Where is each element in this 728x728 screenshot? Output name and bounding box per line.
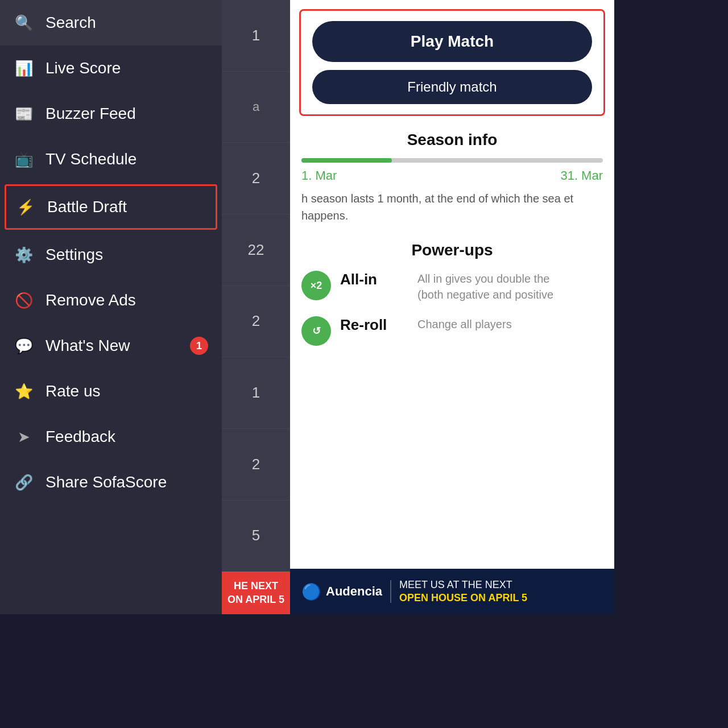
season-description: h season lasts 1 month, at the end of wh…	[301, 190, 603, 224]
sidebar-label-buzzer-feed: Buzzer Feed	[46, 105, 136, 123]
score-cell-2: 2	[222, 143, 290, 214]
sidebar-item-settings[interactable]: ⚙️Settings	[0, 232, 222, 278]
sidebar-label-live-score: Live Score	[46, 59, 121, 77]
score-cell-6: 2	[222, 429, 290, 500]
allin-name: All-in	[340, 271, 408, 288]
banner-logo: 🔵 Audencia	[301, 582, 382, 601]
date-start: 1. Mar	[301, 168, 337, 183]
date-row: 1. Mar 31. Mar	[301, 168, 603, 183]
audencia-icon: 🔵	[301, 582, 321, 601]
sidebar-item-whats-new[interactable]: 💬What's New1	[0, 323, 222, 369]
sidebar-label-rate-us: Rate us	[46, 382, 101, 400]
tv-schedule-icon: 📺	[14, 149, 34, 169]
season-info-title: Season info	[301, 131, 603, 149]
sidebar-item-feedback[interactable]: ➤Feedback	[0, 414, 222, 460]
sidebar-label-search: Search	[46, 14, 96, 32]
reroll-name: Re-roll	[340, 316, 408, 334]
sidebar-item-buzzer-feed[interactable]: 📰Buzzer Feed	[0, 91, 222, 136]
bottom-banner: 🔵 Audencia MEET US AT THE NEXT OPEN HOUS…	[290, 569, 614, 614]
rate-us-icon: ⭐	[14, 381, 34, 402]
banner-line1: MEET US AT THE NEXT	[399, 578, 527, 592]
remove-ads-icon: 🚫	[14, 290, 34, 311]
main-content: Play Match Friendly match Season info 1.…	[290, 0, 614, 614]
friendly-match-button[interactable]: Friendly match	[312, 70, 592, 104]
sidebar-label-battle-draft: Battle Draft	[47, 198, 127, 216]
sidebar-label-tv-schedule: TV Schedule	[46, 150, 136, 168]
sidebar-item-share[interactable]: 🔗Share SofaScore	[0, 460, 222, 505]
sidebar-label-share: Share SofaScore	[46, 473, 167, 491]
banner-logo-text: Audencia	[326, 584, 382, 599]
middle-bottom-banner: HE NEXTON APRIL 5	[222, 572, 290, 614]
sidebar-label-remove-ads: Remove Ads	[46, 291, 136, 309]
reroll-desc: Change all players	[417, 316, 512, 332]
sidebar-item-battle-draft[interactable]: ⚡Battle Draft	[5, 184, 217, 230]
middle-column: 1a2222125HE NEXTON APRIL 5	[222, 0, 290, 614]
allin-icon: ×2	[301, 271, 331, 300]
sidebar-item-remove-ads[interactable]: 🚫Remove Ads	[0, 278, 222, 323]
score-cell-5: 1	[222, 357, 290, 429]
share-icon: 🔗	[14, 472, 34, 493]
progress-bar-fill	[301, 158, 392, 163]
sidebar-item-search[interactable]: 🔍Search	[0, 0, 222, 46]
battle-draft-icon: ⚡	[15, 197, 36, 217]
live-score-icon: 📊	[14, 58, 34, 78]
banner-line2: OPEN HOUSE ON APRIL 5	[399, 592, 527, 605]
allin-desc: All in gives you double the(both negativ…	[417, 271, 553, 303]
sidebar-label-whats-new: What's New	[46, 337, 130, 355]
score-cell-1: a	[222, 72, 290, 143]
powerup-reroll: ↺ Re-roll Change all players	[301, 316, 603, 346]
date-end: 31. Mar	[560, 168, 603, 183]
play-match-button[interactable]: Play Match	[312, 21, 592, 62]
season-progress-bar	[301, 158, 603, 163]
powerups-title: Power-ups	[301, 241, 603, 259]
settings-icon: ⚙️	[14, 245, 34, 265]
play-match-section: Play Match Friendly match	[299, 9, 605, 116]
sidebar-label-settings: Settings	[46, 246, 103, 264]
sidebar-label-feedback: Feedback	[46, 428, 115, 446]
sidebar: 🔍Search📊Live Score📰Buzzer Feed📺TV Schedu…	[0, 0, 222, 614]
score-cell-4: 2	[222, 286, 290, 358]
reroll-icon: ↺	[301, 316, 331, 346]
score-cell-0: 1	[222, 0, 290, 72]
sidebar-item-live-score[interactable]: 📊Live Score	[0, 46, 222, 91]
powerup-allin: ×2 All-in All in gives you double the(bo…	[301, 271, 603, 303]
season-info-section: Season info 1. Mar 31. Mar h season last…	[290, 125, 614, 235]
sidebar-item-rate-us[interactable]: ⭐Rate us	[0, 369, 222, 414]
buzzer-feed-icon: 📰	[14, 104, 34, 124]
banner-divider	[390, 580, 391, 603]
sidebar-item-tv-schedule[interactable]: 📺TV Schedule	[0, 136, 222, 182]
score-cell-7: 5	[222, 500, 290, 572]
search-icon: 🔍	[14, 13, 34, 33]
feedback-icon: ➤	[14, 427, 34, 447]
banner-message: MEET US AT THE NEXT OPEN HOUSE ON APRIL …	[399, 578, 527, 605]
powerups-section: Power-ups ×2 All-in All in gives you dou…	[290, 235, 614, 365]
badge-whats-new: 1	[190, 337, 208, 355]
score-cell-3: 22	[222, 214, 290, 286]
whats-new-icon: 💬	[14, 336, 34, 356]
